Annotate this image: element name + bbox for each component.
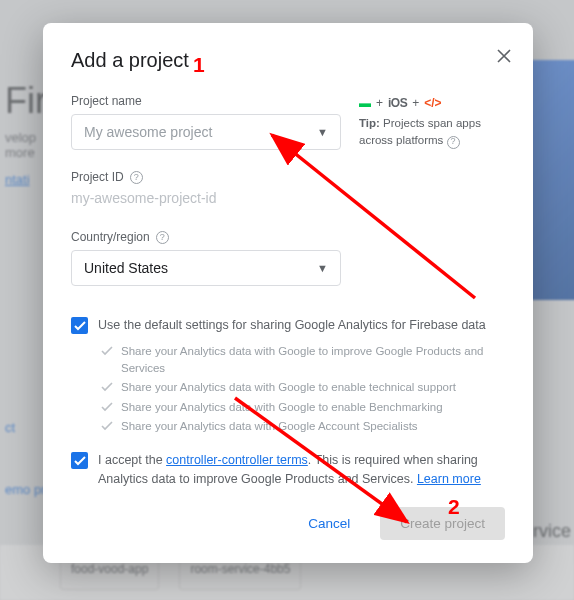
close-button[interactable] — [497, 47, 511, 68]
region-label: Country/region ? — [71, 230, 505, 244]
tip-prefix: Tip: — [359, 117, 380, 129]
help-icon[interactable]: ? — [130, 171, 143, 184]
cancel-button[interactable]: Cancel — [288, 507, 370, 540]
plus-icon: + — [376, 94, 383, 112]
sub-item: Share your Analytics data with Google to… — [101, 343, 505, 378]
project-id-label: Project ID ? — [71, 170, 505, 184]
dialog-title: Add a project — [71, 49, 505, 72]
annotation-1: 1 — [193, 53, 205, 77]
project-name-placeholder: My awesome project — [84, 124, 212, 140]
chevron-down-icon: ▼ — [317, 262, 328, 274]
tip-panel: ▬ + iOS + </> Tip: Projects span apps ac… — [359, 94, 505, 150]
ios-icon: iOS — [388, 94, 407, 112]
sub-item: Share your Analytics data with Google Ac… — [101, 418, 505, 435]
project-id-value: my-awesome-project-id — [71, 190, 505, 206]
check-icon — [101, 421, 113, 431]
annotation-2: 2 — [448, 495, 460, 519]
plus-icon: + — [412, 94, 419, 112]
check-icon — [74, 321, 86, 331]
android-icon: ▬ — [359, 94, 371, 112]
check-icon — [101, 402, 113, 412]
sub-item: Share your Analytics data with Google to… — [101, 379, 505, 396]
region-value: United States — [84, 260, 168, 276]
check-icon — [101, 346, 113, 356]
add-project-dialog: Add a project Project name My awesome pr… — [43, 23, 533, 563]
web-icon: </> — [424, 94, 441, 112]
terms-text: I accept the controller-controller terms… — [98, 451, 505, 489]
help-icon[interactable]: ? — [156, 231, 169, 244]
dialog-actions: Cancel Create project — [71, 507, 505, 540]
check-icon — [101, 382, 113, 392]
close-icon — [497, 49, 511, 63]
terms-checkbox-row: I accept the controller-controller terms… — [71, 451, 505, 489]
analytics-checkbox-row: Use the default settings for sharing Goo… — [71, 316, 505, 335]
chevron-down-icon: ▼ — [317, 126, 328, 138]
region-select[interactable]: United States ▼ — [71, 250, 341, 286]
check-icon — [74, 456, 86, 466]
controller-terms-link[interactable]: controller-controller terms — [166, 453, 308, 467]
create-project-button[interactable]: Create project — [380, 507, 505, 540]
analytics-label: Use the default settings for sharing Goo… — [98, 316, 486, 335]
help-icon[interactable]: ? — [447, 136, 460, 149]
sub-item: Share your Analytics data with Google to… — [101, 399, 505, 416]
project-name-input[interactable]: My awesome project ▼ — [71, 114, 341, 150]
terms-checkbox[interactable] — [71, 452, 88, 469]
project-name-label: Project name — [71, 94, 341, 108]
learn-more-link[interactable]: Learn more — [417, 472, 481, 486]
analytics-sublist: Share your Analytics data with Google to… — [101, 343, 505, 435]
analytics-checkbox[interactable] — [71, 317, 88, 334]
